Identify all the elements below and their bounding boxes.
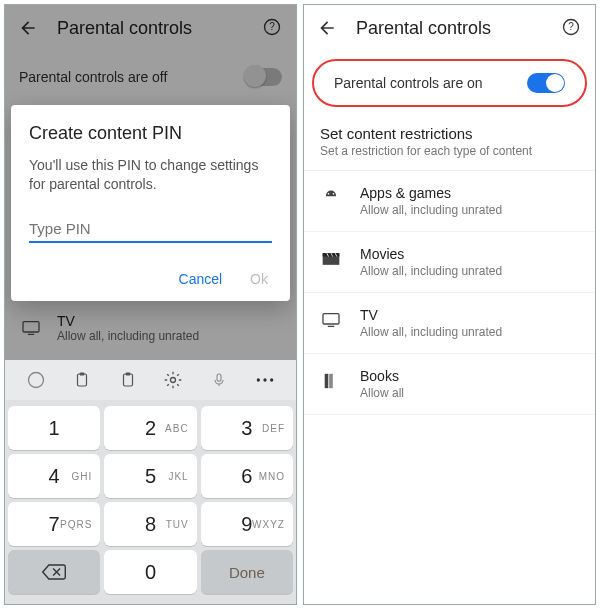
dialog-actions: Cancel Ok	[29, 265, 272, 293]
keyboard: 1 2ABC 3DEF 4GHI 5JKL 6MNO 7PQRS 8TUV 9W…	[5, 360, 296, 604]
list-item-sub: Allow all, including unrated	[360, 203, 502, 217]
key-2[interactable]: 2ABC	[104, 406, 196, 450]
dialog-body: You'll use this PIN to change settings f…	[29, 156, 272, 194]
back-icon[interactable]	[316, 17, 338, 39]
list-item-apps[interactable]: Apps & games Allow all, including unrate…	[304, 171, 595, 232]
key-5[interactable]: 5JKL	[104, 454, 196, 498]
svg-rect-10	[125, 373, 130, 376]
key-1[interactable]: 1	[8, 406, 100, 450]
mic-icon[interactable]	[207, 368, 231, 392]
keyboard-suggestions	[5, 360, 296, 400]
list-item-sub: Allow all	[360, 386, 404, 400]
create-pin-dialog: Create content PIN You'll use this PIN t…	[11, 105, 290, 301]
list-item-tv[interactable]: TV Allow all, including unrated	[304, 293, 595, 354]
section-sub: Set a restriction for each type of conte…	[320, 144, 579, 158]
key-3[interactable]: 3DEF	[201, 406, 293, 450]
list-item-sub: Allow all, including unrated	[360, 325, 502, 339]
key-8[interactable]: 8TUV	[104, 502, 196, 546]
svg-text:?: ?	[568, 21, 574, 32]
more-icon[interactable]	[253, 368, 277, 392]
list-item-sub: Allow all, including unrated	[360, 264, 502, 278]
books-icon	[320, 370, 342, 392]
dialog-title: Create content PIN	[29, 123, 272, 144]
left-screenshot: Parental controls ? Parental controls ar…	[4, 4, 297, 605]
key-6[interactable]: 6MNO	[201, 454, 293, 498]
list-item-label: Books	[360, 368, 404, 384]
emoji-icon[interactable]	[24, 368, 48, 392]
svg-rect-27	[325, 374, 329, 388]
highlight-ring: Parental controls are on	[312, 59, 587, 107]
backspace-icon	[41, 563, 67, 581]
svg-rect-8	[79, 373, 84, 376]
key-4[interactable]: 4GHI	[8, 454, 100, 498]
svg-rect-28	[329, 374, 333, 388]
ok-button[interactable]: Ok	[250, 271, 268, 287]
cancel-button[interactable]: Cancel	[179, 271, 223, 287]
key-7[interactable]: 7PQRS	[8, 502, 100, 546]
svg-rect-25	[323, 314, 339, 324]
list-item-label: Apps & games	[360, 185, 502, 201]
section-header: Set content restrictions Set a restricti…	[304, 111, 595, 160]
done-key[interactable]: Done	[201, 550, 293, 594]
page-title: Parental controls	[356, 18, 561, 39]
section-title: Set content restrictions	[320, 125, 579, 142]
svg-rect-7	[77, 374, 86, 386]
list-item-books[interactable]: Books Allow all	[304, 354, 595, 415]
svg-point-6	[28, 373, 43, 388]
android-icon	[320, 187, 342, 209]
header: Parental controls ?	[304, 5, 595, 51]
svg-point-11	[171, 378, 176, 383]
toggle-on[interactable]	[527, 73, 565, 93]
key-9[interactable]: 9WXYZ	[201, 502, 293, 546]
svg-rect-12	[217, 374, 221, 381]
svg-point-13	[257, 378, 260, 381]
svg-point-14	[263, 378, 266, 381]
backspace-key[interactable]	[8, 550, 100, 594]
status-row-on: Parental controls are on	[320, 61, 579, 105]
key-0[interactable]: 0	[104, 550, 196, 594]
svg-point-15	[270, 378, 273, 381]
tv-icon	[320, 309, 342, 331]
clipboard-icon[interactable]	[70, 368, 94, 392]
clipboard-alt-icon[interactable]	[116, 368, 140, 392]
svg-rect-9	[123, 374, 132, 386]
svg-point-19	[333, 193, 335, 195]
list-item-label: Movies	[360, 246, 502, 262]
svg-point-18	[328, 193, 330, 195]
status-text: Parental controls are on	[334, 75, 527, 91]
gear-icon[interactable]	[161, 368, 185, 392]
help-icon[interactable]: ?	[561, 17, 583, 39]
pin-input[interactable]	[29, 216, 272, 243]
list-item-movies[interactable]: Movies Allow all, including unrated	[304, 232, 595, 293]
film-icon	[320, 248, 342, 270]
list-item-label: TV	[360, 307, 502, 323]
number-pad: 1 2ABC 3DEF 4GHI 5JKL 6MNO 7PQRS 8TUV 9W…	[5, 400, 296, 604]
right-screenshot: Parental controls ? Parental controls ar…	[303, 4, 596, 605]
